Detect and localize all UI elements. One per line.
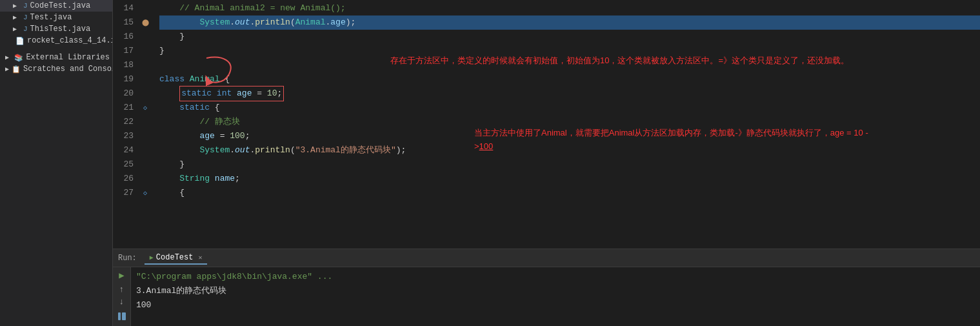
line24-paren1: ( — [290, 143, 295, 158]
sidebar-item-codetest[interactable]: ▶ J CodeTest.java — [0, 0, 112, 12]
code-line-26: String name; — [159, 172, 980, 186]
code-line-21: static { — [159, 101, 980, 115]
gutter-25 — [139, 158, 152, 172]
rocket-label: rocket_class_4_14.iml — [27, 36, 113, 45]
line15-animal: Animal — [295, 15, 326, 30]
scratches-label: Scratches and Consoles — [23, 65, 113, 74]
line20-redbox: static int age = 10; — [179, 86, 284, 101]
svg-rect-1 — [122, 312, 126, 320]
line15-dot3: . — [326, 15, 331, 30]
run-tabs: Run: ▶ CodeTest ✕ — [113, 249, 980, 267]
thistest-label: ThisTest.java — [30, 25, 91, 34]
code-line-20: static int age = 10; — [159, 87, 980, 101]
run-output-1: 3.Animal的静态代码块 — [136, 284, 975, 298]
line21-brace: { — [215, 101, 220, 115]
line14-comment: // Animal animal2 = new Animal(); — [159, 1, 346, 15]
gutter-14 — [139, 1, 152, 15]
scratches-arrow: ▶ — [5, 65, 9, 73]
code-content[interactable]: // Animal animal2 = new Animal(); System… — [152, 0, 980, 249]
line24-system: System — [199, 143, 230, 158]
sidebar-item-scratches[interactable]: ▶ 📋 Scratches and Consoles — [0, 63, 112, 75]
line19-class: class — [159, 72, 190, 87]
line23-eq: = — [215, 129, 230, 143]
gutter-15: ⬤ — [139, 15, 152, 30]
line24-println: println — [255, 143, 290, 158]
code-line-22: // 静态块 — [159, 115, 980, 129]
thistest-arrow: ▶ — [13, 25, 21, 33]
line15-system: System — [199, 15, 230, 30]
run-toolbar: ▶ ↑ ↓ ≡ — [113, 267, 131, 326]
run-label: Run: — [118, 254, 137, 263]
run-down-btn[interactable]: ↓ — [115, 297, 128, 307]
gutter-23 — [139, 129, 152, 143]
line24-paren2: ); — [396, 143, 406, 158]
line24-dot2: . — [250, 143, 255, 158]
test-icon: J — [23, 14, 28, 21]
gutter-21: ◇ — [139, 101, 152, 115]
line16-content: } — [159, 30, 185, 44]
run-tab-name: CodeTest — [156, 253, 194, 262]
line19-brace: { — [225, 72, 230, 87]
gutter-18 — [139, 58, 152, 72]
code-line-15: System.out.println(Animal.age); — [159, 15, 980, 30]
line23-age: age — [199, 129, 214, 143]
sidebar-item-thistest[interactable]: ▶ J ThisTest.java — [0, 23, 112, 35]
gutter-16 — [139, 30, 152, 44]
line20-semi: ; — [277, 88, 282, 98]
line24-indent — [159, 143, 199, 158]
codetest-icon: J — [23, 2, 28, 10]
line15-out: out — [235, 15, 250, 30]
external-icon: 📚 — [14, 54, 23, 62]
run-output: "C:\program apps\jdk8\bin\java.exe" ... … — [131, 267, 980, 326]
run-panel: Run: ▶ CodeTest ✕ ▶ ↑ ↓ — [113, 249, 980, 326]
code-line-24: System.out.println("3.Animal的静态代码块"); — [159, 143, 980, 158]
line20-age: age — [237, 88, 252, 98]
line24-out: out — [235, 143, 250, 158]
line26-semi: ; — [235, 172, 240, 186]
line22-comment: // 静态块 — [159, 115, 240, 129]
run-content-area: ▶ ↑ ↓ ≡ "C:\program apps\jdk8\bin\java.e… — [113, 267, 980, 326]
line23-indent — [159, 129, 199, 143]
codetest-label: CodeTest.java — [30, 1, 91, 10]
code-editor[interactable]: 14 15 16 17 18 19 20 21 22 23 24 25 26 2… — [113, 0, 980, 249]
line25-content: } — [159, 158, 185, 172]
editor-area: 14 15 16 17 18 19 20 21 22 23 24 25 26 2… — [113, 0, 980, 326]
test-label: Test.java — [30, 13, 72, 22]
sidebar-item-external-libs[interactable]: ▶ 📚 External Libraries — [0, 52, 112, 63]
run-rerun-btn[interactable] — [115, 312, 128, 321]
svg-rect-0 — [118, 312, 121, 320]
line-numbers: 14 15 16 17 18 19 20 21 22 23 24 25 26 2… — [113, 0, 139, 249]
line15-println: println — [255, 15, 290, 30]
line26-indent — [159, 172, 179, 186]
code-line-25: } — [159, 158, 980, 172]
line26-name: name — [215, 172, 235, 186]
code-line-23: age = 100; — [159, 129, 980, 143]
run-play-btn[interactable]: ▶ — [115, 270, 128, 281]
run-stop-btn[interactable]: ↑ — [115, 285, 128, 294]
line15-age: age — [330, 15, 345, 30]
run-settings-btn[interactable]: ≡ — [115, 323, 128, 326]
line17-content: } — [159, 44, 165, 58]
thistest-icon: J — [23, 25, 28, 33]
sidebar-item-test[interactable]: ▶ J Test.java — [0, 12, 112, 23]
line15-indent — [159, 15, 199, 30]
code-line-18 — [159, 58, 980, 72]
line15-dot2: . — [250, 15, 255, 30]
gutter: ⬤ ◇ ◇ — [139, 0, 152, 249]
line21-static: static — [179, 101, 215, 115]
external-label: External Libraries — [26, 53, 110, 62]
gutter-19 — [139, 72, 152, 87]
line15-paren2: ); — [346, 15, 356, 30]
line20-static: static — [181, 88, 217, 98]
run-tab-codetest[interactable]: ▶ CodeTest ✕ — [145, 252, 208, 265]
test-arrow: ▶ — [13, 14, 21, 21]
line15-paren1: ( — [290, 15, 295, 30]
code-line-14: // Animal animal2 = new Animal(); — [159, 1, 980, 15]
line24-dot1: . — [230, 143, 235, 158]
sidebar-item-rocket[interactable]: 📄 rocket_class_4_14.iml — [0, 35, 112, 46]
line23-semi: ; — [245, 129, 250, 143]
line27-brace: { — [179, 186, 185, 200]
run-tab-close[interactable]: ✕ — [198, 254, 202, 261]
line23-100: 100 — [230, 129, 245, 143]
rerun-icon — [117, 312, 126, 321]
